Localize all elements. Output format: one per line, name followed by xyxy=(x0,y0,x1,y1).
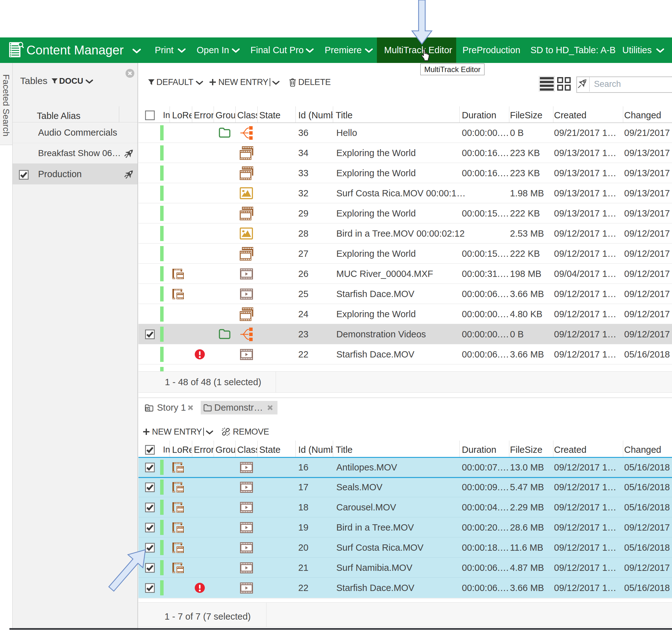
svg-text:S: S xyxy=(147,407,149,411)
